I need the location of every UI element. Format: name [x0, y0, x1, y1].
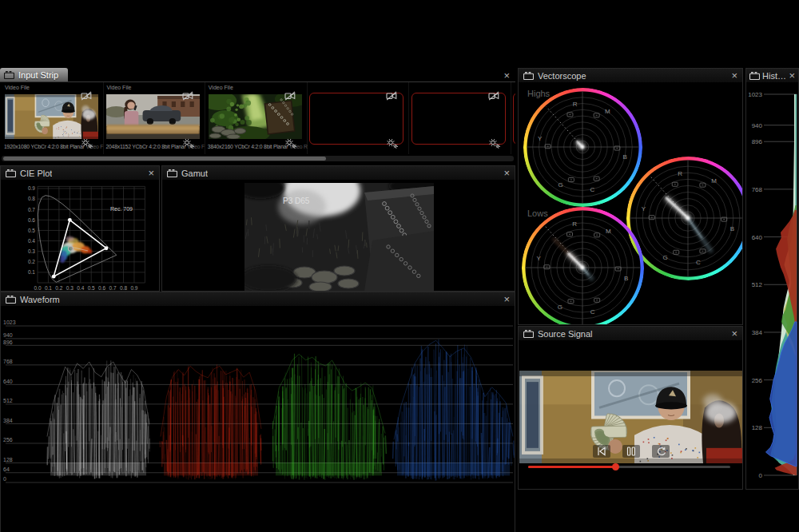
- svg-text:128: 128: [3, 457, 13, 463]
- panel-title: Source Signal: [538, 329, 593, 339]
- scope-panel-icon: [523, 330, 534, 338]
- svg-text:384: 384: [3, 418, 13, 423]
- clip-slot[interactable]: Video File3840x2160 YCbCr 4:2:0 8bit Pla…: [205, 82, 308, 154]
- graticule-letter-B: B: [624, 275, 628, 282]
- close-icon[interactable]: ×: [503, 168, 510, 178]
- cie-plot-panel: CIE Plot × 0.00.10.20.30.40.50.60.70.80.…: [0, 165, 160, 292]
- clip-slot[interactable]: [409, 82, 511, 154]
- graticule-letter-B: B: [730, 225, 734, 232]
- clip-panel-icon: [4, 71, 14, 79]
- close-icon[interactable]: ×: [148, 168, 154, 178]
- gamut-panel: Gamut × P3 D65: [161, 165, 515, 292]
- svg-text:0.1: 0.1: [28, 269, 35, 275]
- panel-titlebar: CIE Plot ×: [1, 166, 159, 181]
- clip-settings-gear-icon[interactable]: [487, 137, 500, 152]
- svg-text:0.2: 0.2: [55, 285, 62, 291]
- gamut-colorspace-label: P3 D65: [283, 197, 310, 205]
- graticule-letter-R: R: [572, 220, 577, 228]
- clip-type-label: Video File: [5, 85, 30, 90]
- graticule-letter-G: G: [559, 181, 563, 189]
- camera-off-icon[interactable]: [386, 89, 397, 104]
- clip-settings-gear-icon[interactable]: [80, 137, 93, 152]
- graticule-letter-M: M: [606, 228, 611, 235]
- svg-text:768: 768: [3, 359, 13, 364]
- graticule-letter-M: M: [605, 108, 610, 115]
- vectorscope-trace: [577, 141, 586, 151]
- panel-titlebar: Gamut ×: [162, 166, 515, 181]
- camera-off-icon[interactable]: [488, 89, 499, 104]
- tab-input-strip[interactable]: Input Strip: [0, 68, 68, 81]
- waveform-trace-blue: [393, 339, 515, 481]
- clip-type-label: Video File: [209, 85, 233, 90]
- camera-off-icon[interactable]: [81, 89, 92, 104]
- camera-off-icon[interactable]: [284, 89, 296, 104]
- scope-panel-icon: [749, 72, 760, 80]
- svg-text:0.3: 0.3: [66, 285, 74, 291]
- progress-handle[interactable]: [612, 463, 619, 470]
- panel-title: Waveform: [20, 295, 60, 304]
- graticule-letter-Y: Y: [538, 135, 543, 142]
- clip-slot[interactable]: Video File1920x1080 YCbCr 4:2:0 8bit Pla…: [2, 82, 104, 154]
- svg-text:896: 896: [752, 138, 763, 145]
- close-icon[interactable]: ×: [503, 294, 510, 304]
- graticule-letter-G: G: [662, 254, 667, 261]
- graticule-letter-C: C: [696, 259, 701, 266]
- panel-title: CIE Plot: [20, 169, 52, 178]
- waveform-panel: Waveform × 10239408967686405123842561286…: [0, 292, 515, 532]
- scrollbar-thumb[interactable]: [3, 157, 326, 161]
- svg-text:1023: 1023: [748, 91, 762, 98]
- svg-text:0.1: 0.1: [45, 285, 52, 291]
- source-signal-panel: Source Signal ×: [518, 326, 743, 490]
- close-icon[interactable]: ×: [503, 69, 510, 81]
- loop-button[interactable]: [652, 445, 670, 458]
- svg-text:256: 256: [3, 437, 13, 443]
- svg-text:940: 940: [3, 332, 13, 338]
- pause-button[interactable]: [622, 445, 640, 458]
- svg-text:940: 940: [752, 122, 763, 129]
- progress-fill: [528, 466, 615, 468]
- scope-panel-icon: [6, 296, 16, 304]
- cie-standard-label: Rec. 709: [110, 206, 133, 212]
- horizontal-scrollbar[interactable]: [2, 156, 514, 161]
- panel-title: Vectorscope: [538, 71, 586, 81]
- waveform-trace-green: [272, 354, 386, 480]
- svg-text:0.8: 0.8: [28, 196, 35, 201]
- svg-text:0.5: 0.5: [28, 228, 35, 233]
- svg-text:384: 384: [752, 329, 763, 336]
- scope-panel-icon: [6, 169, 16, 177]
- svg-text:0.9: 0.9: [130, 285, 137, 291]
- svg-text:1023: 1023: [3, 320, 16, 325]
- svg-text:512: 512: [752, 281, 763, 288]
- clip-settings-gear-icon[interactable]: [181, 137, 194, 152]
- clip-type-label: Video File: [106, 85, 131, 90]
- panel-title: Input Strip: [18, 70, 58, 80]
- skip-to-start-button[interactable]: [593, 445, 610, 458]
- gamut-preview-image: P3 D65: [244, 183, 434, 291]
- panel-titlebar: Histo... ×: [746, 69, 798, 83]
- svg-text:768: 768: [752, 186, 763, 193]
- close-icon[interactable]: ×: [731, 328, 737, 339]
- svg-text:0.7: 0.7: [109, 285, 117, 291]
- close-icon[interactable]: ×: [731, 70, 737, 81]
- panel-titlebar: Vectorscope ×: [519, 69, 742, 83]
- clip-settings-gear-icon[interactable]: [284, 137, 296, 152]
- close-icon[interactable]: ×: [789, 70, 795, 81]
- clip-slot[interactable]: [307, 82, 409, 154]
- progress-bar[interactable]: [528, 466, 730, 468]
- clip-slot[interactable]: [511, 82, 515, 154]
- clip-slot[interactable]: Video File2048x1152 YCbCr 4:2:0 8bit Pla…: [103, 82, 205, 154]
- graticule-letter-R: R: [573, 101, 578, 108]
- camera-off-icon[interactable]: [182, 89, 193, 104]
- graticule-letter-G: G: [558, 304, 562, 311]
- graticule-letter-C: C: [590, 186, 594, 193]
- panel-title: Histo...: [762, 71, 786, 81]
- clip-settings-gear-icon[interactable]: [385, 137, 398, 152]
- vectorscope-panel: Vectorscope × Highs Lows RMBCGYRMBCGYRMB…: [518, 68, 743, 325]
- svg-text:0: 0: [3, 476, 6, 482]
- svg-text:0.6: 0.6: [28, 217, 35, 223]
- graticule-letter-M: M: [711, 177, 717, 185]
- panel-title: Gamut: [181, 169, 208, 178]
- input-strip-panel: Input Strip × Video File1920x1080 YCbCr …: [0, 68, 515, 164]
- cie-chromaticity-diagram: 0.00.10.20.30.40.50.60.70.80.90.10.20.30…: [1, 181, 159, 291]
- svg-text:128: 128: [752, 424, 763, 431]
